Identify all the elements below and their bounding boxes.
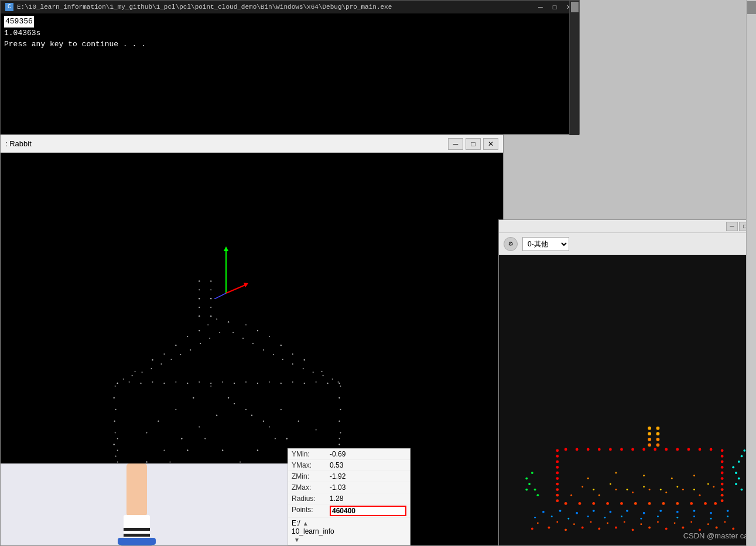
svg-point-304 xyxy=(556,483,559,486)
svg-point-257 xyxy=(665,527,668,530)
svg-line-4 xyxy=(214,293,226,299)
svg-point-344 xyxy=(648,427,651,430)
info-path-section: E:/ ▲ 10_learn_info ▼ xyxy=(288,518,410,545)
svg-point-351 xyxy=(656,443,660,447)
svg-point-54 xyxy=(340,432,341,434)
svg-point-99 xyxy=(199,298,200,299)
svg-point-232 xyxy=(332,379,333,380)
svg-point-286 xyxy=(542,511,545,513)
svg-point-359 xyxy=(741,489,743,491)
svg-point-272 xyxy=(707,523,709,525)
svg-point-67 xyxy=(210,383,211,384)
svg-point-339 xyxy=(662,502,665,505)
svg-point-230 xyxy=(209,338,210,339)
svg-point-276 xyxy=(567,518,569,520)
terminal-title: C E:\10_learn_information\1_my_github\1_… xyxy=(5,3,392,11)
svg-point-94 xyxy=(245,324,247,325)
svg-point-372 xyxy=(610,483,611,485)
pcl-rabbit-close-button[interactable]: ✕ xyxy=(483,138,498,150)
svg-point-238 xyxy=(273,354,274,355)
svg-point-73 xyxy=(280,383,282,384)
svg-point-161 xyxy=(222,449,223,451)
svg-point-147 xyxy=(181,438,182,439)
svg-point-386 xyxy=(682,489,684,490)
svg-point-316 xyxy=(721,494,724,497)
svg-rect-248 xyxy=(118,538,156,545)
info-value-ymax: 0.53 xyxy=(330,461,406,469)
pcl-rabbit-maximize-button[interactable]: □ xyxy=(466,138,481,150)
main-scrollbar[interactable] xyxy=(746,0,756,546)
pcl-colored-minimize-button[interactable]: ─ xyxy=(726,222,738,231)
svg-point-309 xyxy=(721,455,724,458)
svg-point-93 xyxy=(257,330,258,331)
pcl-colored-scene xyxy=(499,255,755,545)
svg-point-260 xyxy=(716,527,718,529)
pcl-rabbit-title: : Rabbit xyxy=(5,139,32,148)
svg-point-254 xyxy=(615,527,617,529)
pcl-toolbar: ⚙ 0-其他 xyxy=(499,233,755,255)
svg-point-56 xyxy=(340,409,341,410)
svg-point-223 xyxy=(142,372,143,373)
svg-point-40 xyxy=(115,455,117,456)
svg-point-43 xyxy=(114,420,115,421)
info-path-scroll-down-arrow[interactable]: ▼ xyxy=(294,537,300,543)
svg-point-44 xyxy=(115,409,117,410)
svg-point-271 xyxy=(690,521,692,523)
svg-point-357 xyxy=(743,449,745,452)
svg-point-262 xyxy=(537,522,539,524)
svg-point-69 xyxy=(234,383,235,384)
svg-point-81 xyxy=(152,359,153,360)
svg-point-264 xyxy=(573,523,575,525)
svg-point-241 xyxy=(242,338,244,339)
svg-point-41 xyxy=(114,444,115,445)
terminal-scrollbar-thumb xyxy=(571,2,579,12)
info-value-points: 460400 xyxy=(330,506,406,516)
svg-point-77 xyxy=(327,383,328,384)
svg-point-148 xyxy=(199,427,200,428)
svg-point-363 xyxy=(534,489,536,491)
svg-point-297 xyxy=(727,510,729,512)
pcl-rabbit-minimize-button[interactable]: ─ xyxy=(448,138,463,150)
terminal-maximize-button[interactable]: □ xyxy=(549,3,560,11)
svg-point-277 xyxy=(587,516,589,517)
svg-point-150 xyxy=(234,403,235,404)
svg-point-319 xyxy=(576,448,579,451)
info-path-label: E:/ xyxy=(292,519,300,527)
svg-point-354 xyxy=(735,472,737,474)
svg-point-174 xyxy=(245,409,247,410)
svg-point-57 xyxy=(338,397,340,399)
svg-point-250 xyxy=(548,527,550,529)
info-value-radius: 1.28 xyxy=(330,495,406,503)
svg-point-146 xyxy=(163,449,165,451)
svg-point-251 xyxy=(565,528,567,531)
colored-point-cloud-svg xyxy=(499,255,755,545)
info-path-scroll-arrow[interactable]: ▲ xyxy=(303,520,309,527)
svg-point-61 xyxy=(140,383,141,384)
svg-point-318 xyxy=(565,448,567,451)
svg-point-269 xyxy=(657,521,659,523)
svg-point-323 xyxy=(620,448,623,451)
svg-point-225 xyxy=(160,363,162,365)
toolbar-layer-select[interactable]: 0-其他 xyxy=(522,237,569,251)
terminal-line1: 459356 xyxy=(4,16,576,28)
svg-point-388 xyxy=(713,486,714,487)
svg-point-308 xyxy=(721,449,724,452)
svg-point-347 xyxy=(648,443,651,447)
toolbar-settings-icon[interactable]: ⚙ xyxy=(504,237,518,251)
svg-point-278 xyxy=(604,517,606,518)
svg-point-88 xyxy=(321,371,323,372)
svg-point-249 xyxy=(531,527,533,530)
svg-point-325 xyxy=(642,448,645,451)
terminal-minimize-button[interactable]: ─ xyxy=(535,3,546,11)
svg-rect-245 xyxy=(124,528,150,531)
terminal-icon: C xyxy=(5,3,13,11)
info-row-ymax: YMax: 0.53 xyxy=(288,460,410,471)
svg-point-152 xyxy=(269,427,270,428)
svg-point-268 xyxy=(640,523,642,525)
info-row-ymin: YMin: -0.69 xyxy=(288,449,410,460)
terminal-scrollbar[interactable] xyxy=(569,1,579,135)
svg-point-312 xyxy=(721,472,724,475)
3d-axes xyxy=(208,246,249,299)
svg-point-270 xyxy=(674,522,676,524)
svg-point-70 xyxy=(245,382,247,383)
